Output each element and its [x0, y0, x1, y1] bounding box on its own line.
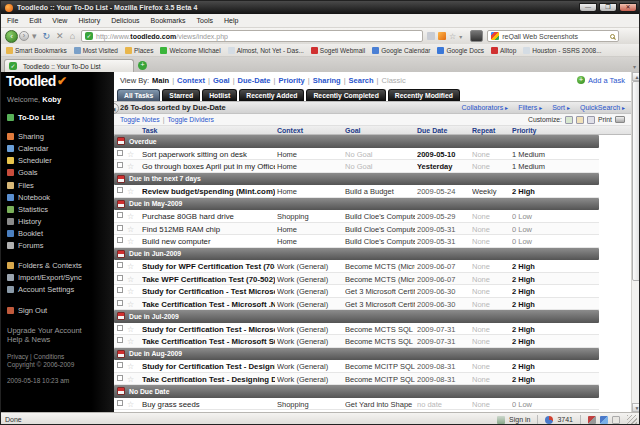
bookmark-sogeti-webmail[interactable]: Sogeti Webmail [311, 47, 365, 54]
star-icon[interactable]: ☆ [127, 337, 134, 346]
task-repeat[interactable]: None [472, 262, 510, 271]
task-due-date[interactable]: 2009-06-30 [417, 300, 470, 309]
scroll-up-icon[interactable]: ▲ [632, 72, 640, 81]
close-button[interactable]: ✕ [619, 3, 637, 12]
task-title[interactable]: Review budget/spending (Mint.com) [142, 187, 275, 196]
upgrade-account-link[interactable]: Upgrade Your Account [7, 326, 114, 335]
task-priority[interactable]: 2 High [512, 187, 572, 196]
task-context[interactable]: Home [277, 225, 342, 234]
menu-edit[interactable]: Edit [29, 17, 41, 24]
task-checkbox[interactable] [117, 300, 123, 306]
menu-help[interactable]: Help [224, 17, 238, 24]
task-goal[interactable]: Become MCTS SQL Se [345, 325, 415, 334]
task-checkbox[interactable] [117, 375, 123, 381]
sidebar-item-scheduler[interactable]: Scheduler [1, 155, 114, 167]
search-engine-icon[interactable] [491, 32, 499, 40]
task-checkbox[interactable] [117, 337, 123, 343]
task-repeat[interactable]: None [472, 150, 510, 159]
star-icon[interactable]: ☆ [127, 300, 134, 309]
task-title[interactable]: Build new computer [142, 237, 275, 246]
task-repeat[interactable]: None [472, 400, 510, 409]
task-due-date[interactable]: 2009-08-31 [417, 375, 470, 384]
column-header-due-date[interactable]: Due Date [417, 127, 447, 134]
task-checkbox[interactable] [117, 287, 123, 293]
star-icon[interactable]: ☆ [127, 225, 134, 234]
column-header-task[interactable]: Task [142, 127, 157, 134]
task-context[interactable]: Work (General) [277, 362, 342, 371]
extension-badge-icon[interactable] [470, 30, 483, 42]
task-priority[interactable]: 2 High [512, 337, 572, 346]
column-header-context[interactable]: Context [277, 127, 303, 134]
view-by-goal[interactable]: Goal [213, 76, 230, 85]
reload-icon[interactable]: ↻ [43, 29, 51, 43]
task-checkbox[interactable] [117, 275, 123, 281]
bookmark-google-calendar[interactable]: Google Calendar [372, 47, 430, 54]
bookmark-most-visited[interactable]: Most Visited [74, 47, 118, 54]
task-repeat[interactable]: None [472, 325, 510, 334]
task-repeat[interactable]: None [472, 275, 510, 284]
task-title[interactable]: Study for Certification Test - Microsoft… [142, 325, 275, 334]
task-checkbox[interactable] [117, 212, 123, 218]
task-due-date[interactable]: 2009-06-07 [417, 275, 470, 284]
view-by-due-date[interactable]: Due-Date [238, 76, 271, 85]
menu-file[interactable]: File [7, 17, 18, 24]
task-due-date[interactable]: 2009-05-10 [417, 150, 470, 159]
add-task-button[interactable]: + Add a Task [577, 76, 625, 85]
view-by-classic[interactable]: Classic [382, 76, 406, 85]
menu-tools[interactable]: Tools [197, 17, 213, 24]
task-title[interactable]: Take Certification Test - Microsoft SQL … [142, 337, 275, 346]
menu-history[interactable]: History [78, 17, 100, 24]
sidebar-item-import-export-sync[interactable]: Import/Export/Sync [1, 271, 114, 283]
search-icon[interactable] [610, 34, 615, 39]
view-by-search[interactable]: Search [349, 76, 374, 85]
bookmark-google-docs[interactable]: Google Docs [437, 47, 484, 54]
task-checkbox[interactable] [117, 400, 123, 406]
search-bar[interactable]: reQall Web Screenshots [487, 30, 619, 42]
task-priority[interactable]: 2 High [512, 300, 572, 309]
task-context[interactable]: Work (General) [277, 287, 342, 296]
signin-extension-icon[interactable] [497, 416, 505, 424]
task-due-date[interactable]: 2009-05-31 [417, 237, 470, 246]
customize-edit-icon[interactable] [576, 116, 584, 124]
help-news-link[interactable]: Help & News [7, 335, 114, 344]
menu-quicksearch[interactable]: QuickSearch ▸ [580, 104, 625, 111]
minimize-button[interactable]: — [579, 3, 597, 12]
tab-recently-added[interactable]: Recently Added [239, 89, 304, 101]
star-icon[interactable]: ☆ [127, 375, 134, 384]
sidebar-item-goals[interactable]: Goals [1, 167, 114, 179]
task-checkbox[interactable] [117, 237, 123, 243]
task-repeat[interactable]: Weekly [472, 187, 510, 196]
stop-icon[interactable]: ✕ [56, 29, 64, 43]
column-header-priority[interactable]: Priority [512, 127, 537, 134]
sidebar-item-statistics[interactable]: Statistics [1, 203, 114, 215]
task-repeat[interactable]: None [472, 162, 510, 171]
star-icon[interactable]: ☆ [127, 400, 134, 409]
back-button[interactable]: ‹ [5, 30, 18, 43]
task-context[interactable]: Work (General) [277, 262, 342, 271]
print-icon[interactable] [615, 116, 625, 123]
task-goal[interactable]: Build Cloe's Computer [345, 237, 415, 246]
star-icon[interactable]: ☆ [127, 237, 134, 246]
toggle-notes-link[interactable]: Toggle Notes [120, 116, 160, 123]
task-context[interactable]: Work (General) [277, 337, 342, 346]
task-title[interactable]: Find 512MB RAM chip [142, 225, 275, 234]
bookmark-welcome-michael[interactable]: Welcome Michael [160, 47, 220, 54]
privacy-conditions-link[interactable]: Privacy | Conditions [7, 353, 114, 361]
sidebar-item-folders-contexts[interactable]: Folders & Contexts [1, 259, 114, 271]
view-by-priority[interactable]: Priority [278, 76, 304, 85]
task-priority[interactable]: 0 Low [512, 237, 572, 246]
task-due-date[interactable]: 2009-07-31 [417, 337, 470, 346]
sidebar-item-forums[interactable]: Forums [1, 240, 114, 252]
task-context[interactable]: Work (General) [277, 325, 342, 334]
page-style-icon[interactable] [427, 32, 435, 40]
task-title[interactable]: Go through boxes April put in my Office [142, 162, 275, 171]
star-icon[interactable]: ☆ [127, 212, 134, 221]
task-goal[interactable]: Become MCITP SQL S [345, 375, 415, 384]
counter-pie-icon[interactable] [545, 416, 553, 424]
star-icon[interactable]: ☆ [127, 325, 134, 334]
task-due-date[interactable]: 2009-05-29 [417, 212, 470, 221]
menu-collaborators[interactable]: Collaborators ▸ [462, 104, 509, 111]
task-goal[interactable]: Get 3 Microsoft Certific [345, 287, 415, 296]
task-title[interactable]: Study for Certification - Test Microsoft… [142, 287, 275, 296]
tab-recently-modified[interactable]: Recently Modified [388, 89, 460, 101]
